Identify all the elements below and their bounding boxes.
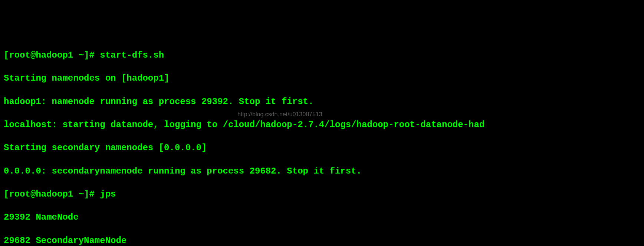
command-text: start-dfs.sh: [100, 50, 164, 60]
output-line: 0.0.0.0: secondarynamenode running as pr…: [4, 165, 640, 177]
output-line: Starting namenodes on [hadoop1]: [4, 72, 640, 84]
output-line: Starting secondary namenodes [0.0.0.0]: [4, 142, 640, 153]
shell-prompt: [root@hadoop1 ~]#: [4, 50, 100, 60]
output-line: localhost: starting datanode, logging to…: [4, 119, 640, 130]
shell-prompt: [root@hadoop1 ~]#: [4, 189, 100, 199]
output-line: hadoop1: namenode running as process 293…: [4, 96, 640, 107]
jps-output-line: 29392 NameNode: [4, 211, 640, 223]
watermark-text: http://blog.csdn.net/u013087513: [237, 111, 322, 119]
command-text: jps: [100, 189, 116, 199]
jps-output-line: 29682 SecondaryNameNode: [4, 235, 640, 246]
